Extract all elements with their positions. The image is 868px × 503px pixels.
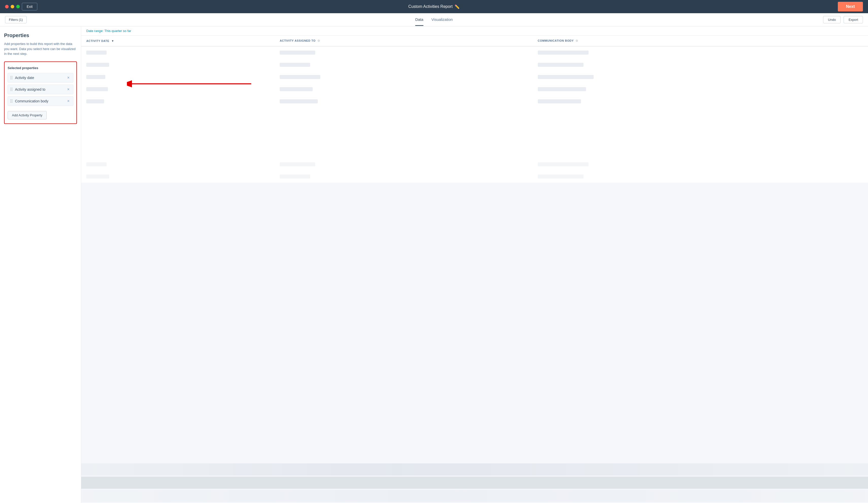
table-wrapper: ACTIVITY DATE ▼ ACTIVITY ASSIGNED TO ⊙ C… — [81, 36, 868, 503]
remove-activity-date-button[interactable]: × — [66, 76, 71, 80]
blur-cell — [538, 87, 586, 91]
blur-cell — [280, 174, 310, 179]
drag-handle-activity-assigned-to[interactable] — [10, 88, 12, 91]
close-dot — [5, 5, 9, 8]
column-label-activity-date: ACTIVITY DATE — [86, 39, 110, 42]
blurred-bands — [81, 463, 868, 503]
content-area: Date range: This quarter so far — [81, 27, 868, 503]
blur-cell — [538, 174, 583, 179]
blur-cell — [86, 99, 104, 103]
export-button[interactable]: Export — [844, 16, 863, 23]
undo-button[interactable]: Undo — [823, 16, 840, 23]
blurred-band-light — [81, 490, 868, 502]
table-row — [81, 158, 868, 170]
blurred-band-dark — [81, 476, 868, 489]
tab-visualization[interactable]: Visualization — [432, 14, 453, 26]
blur-cell — [280, 87, 313, 91]
blur-cell — [538, 99, 581, 103]
column-header-communication-body[interactable]: COMMUNICATION BODY ⊙ — [533, 36, 868, 46]
table-row — [81, 83, 868, 95]
sidebar-title: Properties — [4, 32, 77, 38]
edit-title-icon[interactable]: ✏️ — [455, 4, 459, 9]
blur-cell — [538, 51, 589, 54]
blur-cell — [280, 162, 315, 167]
add-activity-property-button[interactable]: Add Activity Property — [8, 111, 47, 119]
blur-cell — [86, 75, 105, 79]
filter-icon-activity-assigned-to[interactable]: ⊙ — [318, 39, 320, 42]
property-name-activity-date: Activity date — [15, 76, 64, 80]
column-header-activity-assigned-to[interactable]: ACTIVITY ASSIGNED TO ⊙ — [275, 36, 533, 46]
blur-cell — [280, 99, 318, 103]
blurred-band — [81, 463, 868, 475]
blur-cell — [86, 63, 109, 67]
blur-cell — [86, 51, 106, 54]
date-range-prefix: Date range: — [86, 29, 104, 33]
date-range-bar: Date range: This quarter so far — [81, 27, 868, 36]
toolbar-actions: Undo Export — [823, 16, 863, 23]
blur-cell — [538, 162, 589, 167]
property-item-communication-body: Communication body × — [8, 96, 73, 106]
property-name-activity-assigned-to: Activity assigned to — [15, 87, 64, 91]
property-item-activity-date: Activity date × — [8, 73, 73, 82]
selected-properties-label: Selected properties — [8, 66, 73, 70]
blur-cell — [86, 162, 106, 167]
next-button[interactable]: Next — [838, 2, 863, 11]
blur-cell — [280, 51, 315, 54]
column-label-activity-assigned-to: ACTIVITY ASSIGNED TO — [280, 39, 316, 42]
report-title: Custom Activities Report — [409, 4, 453, 9]
blur-cell — [86, 87, 108, 91]
drag-handle-activity-date[interactable] — [10, 76, 12, 79]
sidebar: Properties Add properties to build this … — [0, 27, 81, 503]
sort-icon-activity-date[interactable]: ▼ — [111, 39, 114, 42]
tab-data[interactable]: Data — [415, 14, 423, 26]
table-row — [81, 59, 868, 71]
toolbar: Filters (1) Data Visualization Undo Expo… — [0, 13, 868, 27]
table-empty-row — [81, 108, 868, 158]
window-controls: Exit — [5, 3, 37, 10]
minimize-dot — [11, 5, 14, 8]
table-row — [81, 71, 868, 83]
main-layout: Properties Add properties to build this … — [0, 27, 868, 503]
remove-communication-body-button[interactable]: × — [66, 99, 71, 103]
blur-cell — [538, 75, 593, 79]
column-header-activity-date[interactable]: ACTIVITY DATE ▼ — [81, 36, 275, 46]
blur-cell — [86, 174, 109, 179]
filter-icon-communication-body[interactable]: ⊙ — [576, 39, 578, 42]
filters-button[interactable]: Filters (1) — [5, 16, 27, 23]
drag-handle-communication-body[interactable] — [10, 99, 12, 103]
table-header-row: ACTIVITY DATE ▼ ACTIVITY ASSIGNED TO ⊙ C… — [81, 36, 868, 46]
blur-cell — [538, 63, 583, 67]
table-row — [81, 170, 868, 183]
table-row — [81, 46, 868, 59]
table-row — [81, 95, 868, 108]
tab-bar: Data Visualization — [415, 14, 453, 26]
property-item-activity-assigned-to: Activity assigned to × — [8, 84, 73, 94]
titlebar: Exit Custom Activities Report ✏️ Next — [0, 0, 868, 13]
fullscreen-dot — [16, 5, 20, 8]
column-label-communication-body: COMMUNICATION BODY — [538, 39, 574, 42]
selected-properties-box: Selected properties Activity date × A — [4, 61, 77, 124]
sidebar-description: Add properties to build this report with… — [4, 41, 77, 57]
remove-activity-assigned-to-button[interactable]: × — [66, 87, 71, 91]
blur-cell — [280, 75, 320, 79]
property-name-communication-body: Communication body — [15, 99, 64, 103]
data-table: ACTIVITY DATE ▼ ACTIVITY ASSIGNED TO ⊙ C… — [81, 36, 868, 183]
date-range-value: This quarter so far — [104, 29, 131, 33]
report-title-area: Custom Activities Report ✏️ — [409, 4, 459, 9]
blur-cell — [280, 63, 310, 67]
exit-button[interactable]: Exit — [22, 3, 37, 10]
